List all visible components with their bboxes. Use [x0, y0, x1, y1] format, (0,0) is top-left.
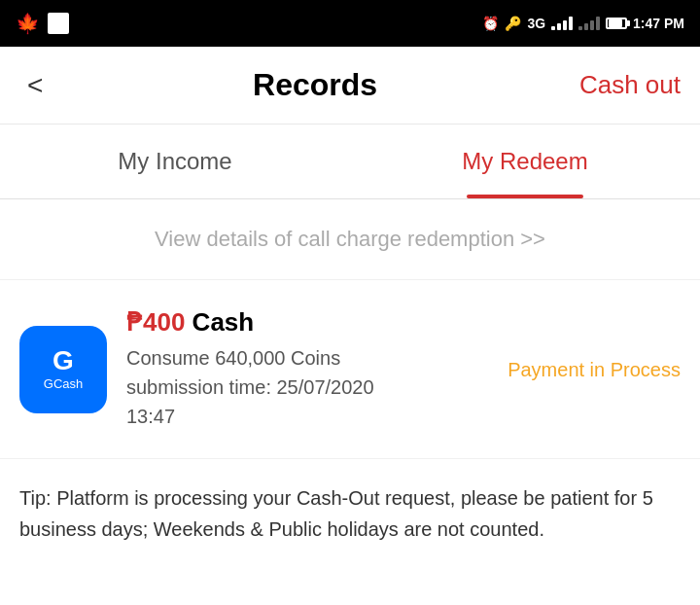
cash-out-button[interactable]: Cash out: [579, 70, 681, 100]
amount-currency: ₱400: [126, 307, 185, 337]
amount-type: Cash: [185, 307, 254, 337]
maple-icon: 🍁: [16, 12, 40, 35]
signal-bar2-2: [584, 23, 588, 30]
signal-bars-2: [578, 17, 600, 30]
tip-section: Tip: Platform is processing your Cash-Ou…: [0, 459, 700, 568]
signal-bar-1: [551, 26, 555, 30]
network-type: 3G: [527, 16, 545, 31]
tip-text: Tip: Platform is processing your Cash-Ou…: [19, 487, 653, 540]
app-icon-square: [48, 13, 69, 34]
signal-bar2-4: [596, 17, 600, 30]
signal-bar-3: [563, 20, 567, 30]
transaction-consume: Consume 640,000 Coins: [126, 343, 488, 373]
transaction-amount: ₱400 Cash: [126, 307, 488, 338]
transaction-item: G GCash ₱400 Cash Consume 640,000 Coins …: [0, 280, 700, 459]
battery-fill: [609, 19, 622, 27]
signal-bar-2: [557, 23, 561, 30]
alarm-icon: ⏰: [482, 16, 499, 31]
battery-icon: [606, 18, 627, 29]
signal-bar2-1: [578, 26, 582, 30]
signal-bars: [551, 17, 573, 30]
tab-redeem[interactable]: My Redeem: [350, 125, 700, 198]
tabs: My Income My Redeem: [0, 125, 700, 199]
key-icon: 🔑: [505, 16, 521, 31]
gcash-g-letter: G: [52, 347, 74, 374]
gcash-text: GCash: [44, 376, 83, 391]
page-title: Records: [253, 67, 377, 103]
status-bar: 🍁 ⏰ 🔑 3G 1:47 PM: [0, 0, 700, 47]
back-button[interactable]: <: [19, 62, 51, 109]
status-bar-right: ⏰ 🔑 3G 1:47 PM: [482, 16, 684, 31]
tab-income[interactable]: My Income: [0, 125, 350, 198]
transaction-submission: submission time: 25/07/2020: [126, 373, 488, 402]
payment-status: Payment in Process: [508, 356, 681, 383]
header: < Records Cash out: [0, 47, 700, 125]
time-display: 1:47 PM: [633, 16, 684, 31]
view-details-link[interactable]: View details of call charge redemption >…: [0, 199, 700, 280]
signal-bar-4: [569, 17, 573, 30]
transaction-time: 13:47: [126, 402, 488, 431]
transaction-details: ₱400 Cash Consume 640,000 Coins submissi…: [126, 307, 488, 431]
signal-bar2-3: [590, 20, 594, 30]
status-bar-left: 🍁: [16, 12, 69, 35]
gcash-icon: G GCash: [19, 326, 107, 413]
